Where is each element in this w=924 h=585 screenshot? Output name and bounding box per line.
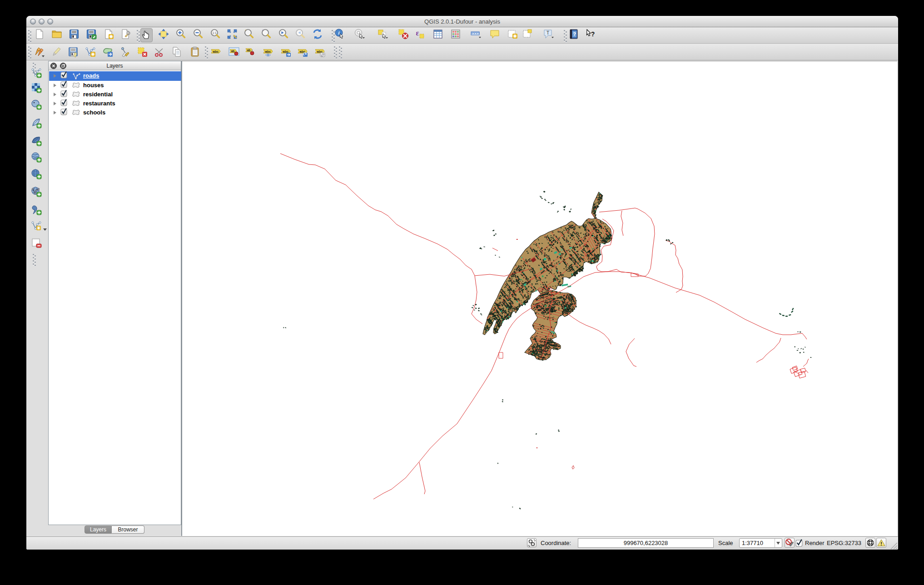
svg-text:T: T — [546, 30, 549, 35]
svg-text:?: ? — [591, 30, 595, 38]
svg-text:abc: abc — [265, 50, 271, 54]
svg-text:1:1: 1:1 — [212, 31, 216, 35]
svg-text:ab: ab — [231, 50, 235, 53]
svg-text:ab: ab — [247, 49, 251, 52]
svg-text:abc: abc — [213, 50, 219, 54]
svg-text:?: ? — [573, 31, 576, 37]
svg-text:ε: ε — [416, 29, 419, 37]
